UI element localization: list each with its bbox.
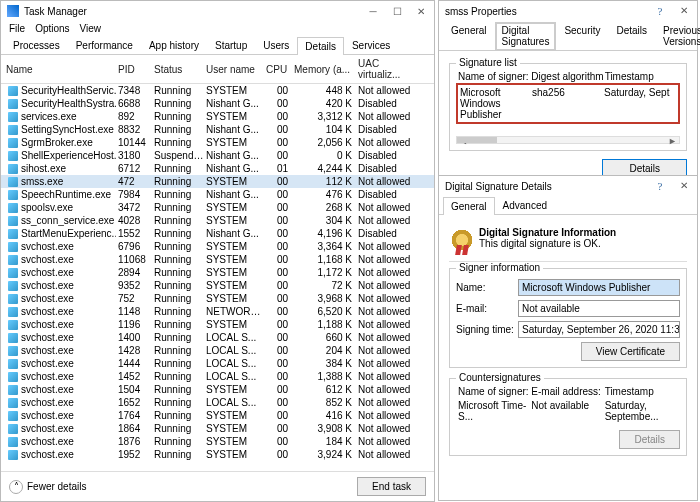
- tab-app-history[interactable]: App history: [141, 36, 207, 54]
- tab-services[interactable]: Services: [344, 36, 398, 54]
- proc-mem: 304 K: [294, 215, 356, 226]
- table-row[interactable]: SecurityHealthSystra...6688RunningNishan…: [1, 97, 434, 110]
- cs-col-email[interactable]: E-mail address:: [531, 386, 604, 397]
- sigcol-name[interactable]: Name of signer:: [458, 71, 531, 82]
- help-button[interactable]: ?: [653, 5, 667, 17]
- proc-user: SYSTEM: [206, 215, 264, 226]
- sigcol-time[interactable]: Timestamp: [605, 71, 678, 82]
- table-row[interactable]: svchost.exe1952RunningSYSTEM003,924 KNot…: [1, 448, 434, 461]
- cs-time: Saturday, Septembe...: [605, 400, 678, 422]
- proc-user: NETWORK...: [206, 306, 264, 317]
- signtime-value[interactable]: Saturday, September 26, 2020 11:34:47 AM: [518, 321, 680, 338]
- tab-security[interactable]: Security: [556, 21, 608, 50]
- proc-name: SpeechRuntime.exe: [6, 189, 116, 200]
- proc-pid: 8832: [118, 124, 152, 135]
- sigcol-digest[interactable]: Digest algorithm: [531, 71, 604, 82]
- tab-digital-signatures[interactable]: Digital Signatures: [495, 22, 557, 51]
- proc-mem: 3,312 K: [294, 111, 356, 122]
- proc-cpu: 00: [266, 449, 292, 460]
- close-button[interactable]: ✕: [677, 180, 691, 192]
- menu-options[interactable]: Options: [35, 23, 69, 34]
- exe-icon: [8, 450, 18, 460]
- table-row[interactable]: svchost.exe1444RunningLOCAL S...00384 KN…: [1, 357, 434, 370]
- close-button[interactable]: ✕: [414, 6, 428, 17]
- proc-name: ss_conn_service.exe: [6, 215, 116, 226]
- table-row[interactable]: svchost.exe9352RunningSYSTEM0072 KNot al…: [1, 279, 434, 292]
- table-row[interactable]: ShellExperienceHost...3180SuspendedNisha…: [1, 149, 434, 162]
- help-button[interactable]: ?: [653, 180, 667, 192]
- sig-list-row[interactable]: Microsoft Windows Publisher sha256 Satur…: [456, 83, 680, 124]
- col-status[interactable]: Status: [154, 64, 204, 75]
- col-user[interactable]: User name: [206, 64, 264, 75]
- table-row[interactable]: SgrmBroker.exe10144RunningSYSTEM002,056 …: [1, 136, 434, 149]
- table-row[interactable]: svchost.exe1452RunningLOCAL S...001,388 …: [1, 370, 434, 383]
- table-row[interactable]: svchost.exe1876RunningSYSTEM00184 KNot a…: [1, 435, 434, 448]
- cs-col-time[interactable]: Timestamp: [605, 386, 678, 397]
- table-row[interactable]: svchost.exe1428RunningLOCAL S...00204 KN…: [1, 344, 434, 357]
- proc-mem: 72 K: [294, 280, 356, 291]
- table-row[interactable]: svchost.exe6796RunningSYSTEM003,364 KNot…: [1, 240, 434, 253]
- col-cpu[interactable]: CPU: [266, 64, 292, 75]
- col-name[interactable]: Name: [6, 64, 116, 75]
- exe-icon: [8, 307, 18, 317]
- maximize-button[interactable]: ☐: [390, 6, 404, 17]
- table-row[interactable]: sihost.exe6712RunningNishant G...014,244…: [1, 162, 434, 175]
- table-row[interactable]: smss.exe472RunningSYSTEM00112 KNot allow…: [1, 175, 434, 188]
- table-row[interactable]: svchost.exe1196RunningSYSTEM001,188 KNot…: [1, 318, 434, 331]
- table-row[interactable]: svchost.exe1652RunningLOCAL S...00852 KN…: [1, 396, 434, 409]
- cs-row[interactable]: Microsoft Time-S... Not available Saturd…: [456, 398, 680, 424]
- close-button[interactable]: ✕: [677, 5, 691, 17]
- tab-previous-versions[interactable]: Previous Versions: [655, 21, 700, 50]
- tab-startup[interactable]: Startup: [207, 36, 255, 54]
- table-row[interactable]: svchost.exe1400RunningLOCAL S...00660 KN…: [1, 331, 434, 344]
- table-row[interactable]: SecurityHealthServic...7348RunningSYSTEM…: [1, 84, 434, 97]
- proc-pid: 1444: [118, 358, 152, 369]
- table-row[interactable]: svchost.exe1148RunningNETWORK...006,520 …: [1, 305, 434, 318]
- scroll-right-icon[interactable]: ►: [668, 136, 677, 146]
- tab-performance[interactable]: Performance: [68, 36, 141, 54]
- table-row[interactable]: SettingSyncHost.exe8832RunningNishant G.…: [1, 123, 434, 136]
- menu-file[interactable]: File: [9, 23, 25, 34]
- proc-cpu: 00: [266, 384, 292, 395]
- proc-user: LOCAL S...: [206, 345, 264, 356]
- cs-details-button[interactable]: Details: [619, 430, 680, 449]
- col-uac[interactable]: UAC virtualiz...: [358, 58, 424, 80]
- tab-general[interactable]: General: [443, 197, 495, 215]
- proc-user: SYSTEM: [206, 410, 264, 421]
- table-row[interactable]: spoolsv.exe3472RunningSYSTEM00268 KNot a…: [1, 201, 434, 214]
- table-row[interactable]: svchost.exe752RunningSYSTEM003,968 KNot …: [1, 292, 434, 305]
- tab-general[interactable]: General: [443, 21, 495, 50]
- countersignatures-group: Countersignatures Name of signer: E-mail…: [449, 378, 687, 456]
- proc-mem: 4,196 K: [294, 228, 356, 239]
- proc-uac: Not allowed: [358, 436, 424, 447]
- tab-details[interactable]: Details: [609, 21, 656, 50]
- tab-advanced[interactable]: Advanced: [495, 196, 555, 214]
- tm-process-list[interactable]: SecurityHealthServic...7348RunningSYSTEM…: [1, 84, 434, 461]
- col-mem[interactable]: Memory (a...: [294, 64, 356, 75]
- menu-view[interactable]: View: [80, 23, 102, 34]
- name-value[interactable]: Microsoft Windows Publisher: [518, 279, 680, 296]
- proc-mem: 660 K: [294, 332, 356, 343]
- proc-uac: Not allowed: [358, 371, 424, 382]
- sig-scrollbar[interactable]: ◄ ►: [456, 136, 680, 144]
- minimize-button[interactable]: ─: [366, 6, 380, 17]
- scroll-thumb[interactable]: [457, 137, 497, 143]
- table-row[interactable]: ss_conn_service.exe4028RunningSYSTEM0030…: [1, 214, 434, 227]
- email-value[interactable]: Not available: [518, 300, 680, 317]
- end-task-button[interactable]: End task: [357, 477, 426, 496]
- tab-processes[interactable]: Processes: [5, 36, 68, 54]
- table-row[interactable]: svchost.exe1764RunningSYSTEM00416 KNot a…: [1, 409, 434, 422]
- table-row[interactable]: StartMenuExperienc...1552RunningNishant …: [1, 227, 434, 240]
- table-row[interactable]: svchost.exe1864RunningSYSTEM003,908 KNot…: [1, 422, 434, 435]
- cs-col-name[interactable]: Name of signer:: [458, 386, 531, 397]
- view-certificate-button[interactable]: View Certificate: [581, 342, 680, 361]
- table-row[interactable]: svchost.exe11068RunningSYSTEM001,168 KNo…: [1, 253, 434, 266]
- table-row[interactable]: services.exe892RunningSYSTEM003,312 KNot…: [1, 110, 434, 123]
- table-row[interactable]: SpeechRuntime.exe7984RunningNishant G...…: [1, 188, 434, 201]
- col-pid[interactable]: PID: [118, 64, 152, 75]
- tab-details[interactable]: Details: [297, 37, 344, 55]
- table-row[interactable]: svchost.exe1504RunningSYSTEM00612 KNot a…: [1, 383, 434, 396]
- fewer-details-toggle[interactable]: ˄ Fewer details: [9, 480, 86, 494]
- tab-users[interactable]: Users: [255, 36, 297, 54]
- table-row[interactable]: svchost.exe2894RunningSYSTEM001,172 KNot…: [1, 266, 434, 279]
